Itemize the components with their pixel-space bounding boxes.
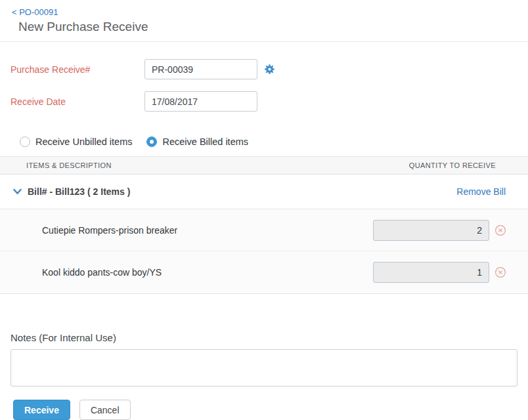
item-name: Kool kiddo pants-cow boy/YS [42,267,373,278]
remove-bill-link[interactable]: Remove Bill [456,186,506,197]
notes-label: Notes (For Internal Use) [11,332,517,343]
column-quantity-to-receive: QUANTITY TO RECEIVE [409,161,496,169]
purchase-receive-row: Purchase Receive# [11,59,517,79]
receive-date-row: Receive Date [11,91,517,112]
receive-date-input[interactable] [144,91,257,112]
bill-group-toggle[interactable]: Bill# - Bill123 ( 2 Items ) [13,186,130,197]
cancel-button[interactable]: Cancel [79,400,131,420]
gear-icon[interactable] [264,64,275,75]
radio-unbilled-label: Receive Unbilled items [35,136,132,147]
radio-receive-unbilled[interactable]: Receive Unbilled items [20,136,132,147]
column-items-description: ITEMS & DESCRIPTION [26,161,112,169]
receive-date-label: Receive Date [11,96,144,107]
notes-textarea[interactable] [11,349,517,387]
back-link-po[interactable]: < PO-00091 [12,7,58,18]
radio-checked-icon[interactable] [146,136,157,147]
receive-mode-radio-group: Receive Unbilled items Receive Billed it… [0,136,528,147]
quantity-input[interactable] [373,262,489,283]
table-row: Cutiepie Rompers-prison breaker [0,209,528,251]
radio-unchecked-icon[interactable] [20,136,30,147]
purchase-receive-input[interactable] [144,59,257,79]
bill-title: Bill# - Bill123 ( 2 Items ) [28,186,130,197]
purchase-receive-label: Purchase Receive# [11,64,144,75]
chevron-down-icon[interactable] [13,188,22,195]
remove-item-icon[interactable] [495,266,506,278]
table-row: Kool kiddo pants-cow boy/YS [0,251,528,293]
new-purchase-receive-page: < PO-00091 New Purchase Receive Purchase… [0,0,528,420]
notes-section: Notes (For Internal Use) [0,332,528,389]
page-title: New Purchase Receive [18,19,517,35]
form-area: Purchase Receive# Receive Date [0,42,528,112]
items-table: ITEMS & DESCRIPTION QUANTITY TO RECEIVE … [0,156,528,294]
page-header: < PO-00091 New Purchase Receive [0,0,528,42]
radio-billed-label: Receive Billed items [162,136,248,147]
bill-group-row: Bill# - Bill123 ( 2 Items ) Remove Bill [0,175,528,209]
action-buttons: Receive Cancel [0,389,528,420]
item-name: Cutiepie Rompers-prison breaker [42,225,373,236]
radio-receive-billed[interactable]: Receive Billed items [146,136,248,147]
quantity-input[interactable] [373,220,489,241]
receive-button[interactable]: Receive [13,400,70,420]
remove-item-icon[interactable] [495,224,506,236]
table-header: ITEMS & DESCRIPTION QUANTITY TO RECEIVE [0,156,528,175]
